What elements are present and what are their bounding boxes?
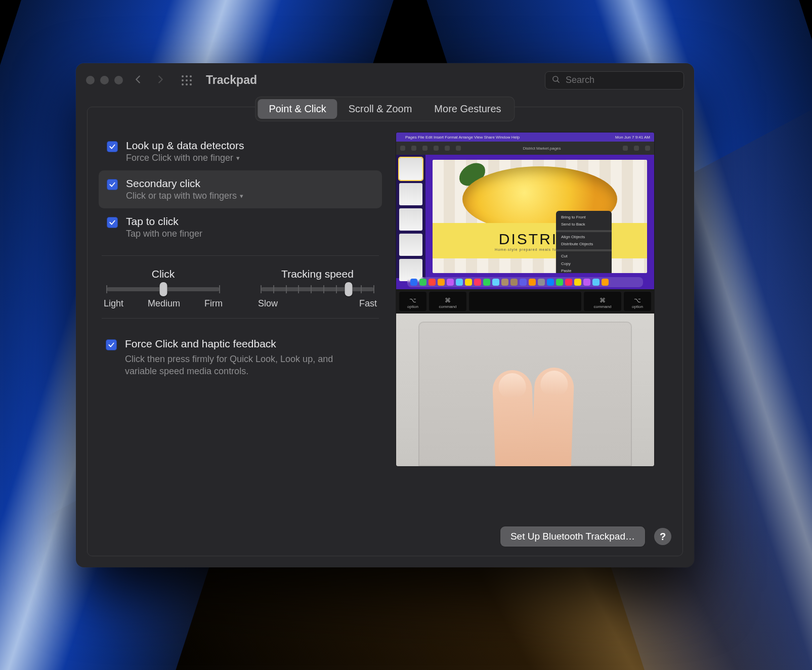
help-button[interactable]: ?: [654, 528, 671, 545]
sliders-row: Click Light Medium Firm Tracking speed: [99, 265, 382, 309]
preview-clock: Mon Jun 7 9:41 AM: [615, 135, 650, 140]
checkbox-lookup[interactable]: [107, 141, 118, 152]
system-preferences-window: Trackpad Point & Click Scroll & Zoom Mor…: [76, 63, 694, 567]
chevron-down-icon[interactable]: ▾: [240, 192, 243, 200]
close-window-button[interactable]: [86, 76, 95, 84]
checkbox-force-click[interactable]: [106, 339, 117, 350]
option-lookup-title: Look up & data detectors: [126, 140, 244, 152]
svg-point-8: [190, 83, 192, 85]
back-button[interactable]: [131, 73, 145, 87]
search-icon: [551, 75, 561, 86]
svg-point-3: [182, 79, 184, 81]
setup-bluetooth-trackpad-button[interactable]: Set Up Bluetooth Trackpad…: [500, 526, 645, 547]
click-label-light: Light: [104, 298, 123, 309]
option-secondary-subtitle: Click or tap with two fingers: [126, 191, 237, 201]
click-label-firm: Firm: [204, 298, 223, 309]
tracking-slider-title: Tracking speed: [258, 268, 377, 280]
svg-point-1: [186, 75, 188, 77]
options-column: Look up & data detectors Force Click wit…: [99, 132, 382, 519]
svg-point-0: [182, 75, 184, 77]
preview-toolbar: District Market.pages: [396, 142, 654, 155]
content-frame: Point & Click Scroll & Zoom More Gesture…: [87, 107, 683, 556]
preview-document: DISTRICT Home-style prepared meals for y…: [433, 160, 647, 273]
option-tap-to-click[interactable]: Tap to click Tap with one finger: [99, 208, 382, 246]
tracking-label-slow: Slow: [258, 298, 278, 309]
zoom-window-button[interactable]: [114, 76, 123, 84]
tab-point-and-click[interactable]: Point & Click: [258, 99, 337, 119]
tab-more-gestures[interactable]: More Gestures: [423, 99, 512, 119]
tracking-slider[interactable]: [261, 287, 374, 291]
search-input[interactable]: [566, 75, 677, 85]
click-label-medium: Medium: [148, 298, 180, 309]
click-slider[interactable]: [107, 287, 220, 291]
preview-trackpad: [396, 314, 654, 466]
divider: [102, 255, 379, 256]
click-slider-thumb[interactable]: [159, 282, 167, 296]
svg-point-6: [182, 83, 184, 85]
footer: Set Up Bluetooth Trackpad… ?: [99, 519, 671, 547]
option-secondary-title: Secondary click: [126, 177, 243, 190]
forward-button[interactable]: [153, 73, 167, 87]
gesture-preview: Pages File Edit Insert Format Arrange Vi…: [396, 132, 654, 466]
option-lookup[interactable]: Look up & data detectors Force Click wit…: [99, 132, 382, 170]
tracking-slider-thumb[interactable]: [345, 282, 353, 296]
force-click-description: Click then press firmly for Quick Look, …: [125, 353, 358, 378]
search-field[interactable]: [545, 71, 684, 90]
tab-bar: Point & Click Scroll & Zoom More Gesture…: [255, 97, 514, 121]
minimize-window-button[interactable]: [100, 76, 109, 84]
option-force-click[interactable]: Force Click and haptic feedback Click th…: [99, 328, 382, 381]
checkbox-tap-to-click[interactable]: [107, 217, 118, 228]
preview-column: Pages File Edit Insert Format Arrange Vi…: [396, 132, 671, 519]
click-slider-title: Click: [104, 268, 223, 280]
option-lookup-subtitle: Force Click with one finger: [126, 153, 233, 163]
preview-menubar: Pages File Edit Insert Format Arrange Vi…: [396, 132, 654, 142]
svg-point-2: [190, 75, 192, 77]
titlebar: Trackpad: [76, 63, 694, 98]
preview-hand: [479, 365, 595, 466]
option-tap-subtitle: Tap with one finger: [126, 229, 202, 239]
show-all-icon[interactable]: [181, 74, 193, 86]
tab-scroll-and-zoom[interactable]: Scroll & Zoom: [337, 99, 423, 119]
force-click-title: Force Click and haptic feedback: [125, 338, 358, 350]
window-title: Trackpad: [206, 73, 257, 87]
preview-page-thumbs: [396, 155, 425, 278]
click-slider-block: Click Light Medium Firm: [104, 268, 223, 309]
window-controls: [86, 76, 123, 84]
checkbox-secondary-click[interactable]: [107, 179, 118, 190]
tracking-label-fast: Fast: [359, 298, 377, 309]
svg-point-4: [186, 79, 188, 81]
svg-line-10: [557, 80, 559, 82]
option-secondary-click[interactable]: Secondary click Click or tap with two fi…: [99, 170, 382, 208]
divider: [102, 318, 379, 319]
preview-context-menu: Bring to FrontSend to BackAlign ObjectsD…: [556, 211, 612, 273]
tracking-slider-block: Tracking speed Slow Fast: [258, 268, 377, 309]
preview-keyboard: ⌥option ⌘command ⌘command ⌥option: [396, 289, 654, 314]
preview-dock: [407, 277, 643, 287]
preview-doc-title: District Market.pages: [467, 146, 617, 151]
chevron-down-icon[interactable]: ▾: [236, 154, 240, 162]
preview-screen: Pages File Edit Insert Format Arrange Vi…: [396, 132, 654, 289]
svg-point-7: [186, 83, 188, 85]
svg-point-5: [190, 79, 192, 81]
option-tap-title: Tap to click: [126, 215, 202, 228]
